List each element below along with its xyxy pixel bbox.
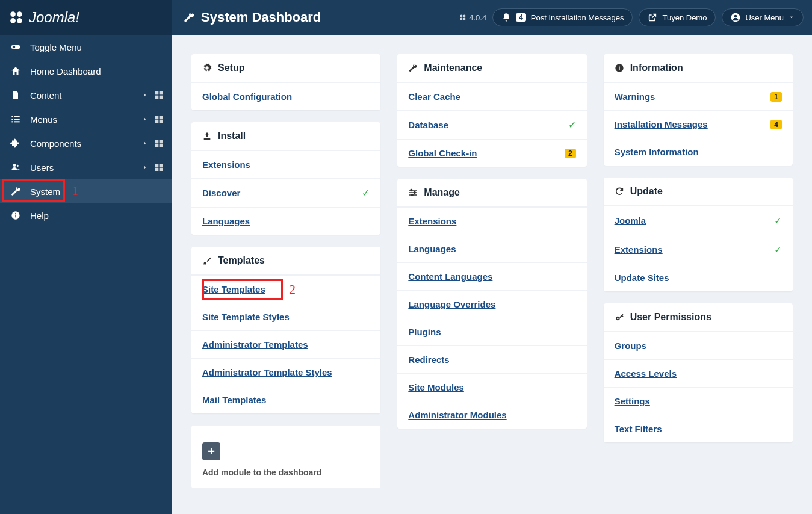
link-install-languages[interactable]: Languages bbox=[202, 216, 250, 226]
sidebar-item-label: Help bbox=[30, 211, 49, 221]
link-global-config[interactable]: Global Configuration bbox=[202, 91, 292, 102]
link-database[interactable]: Database bbox=[408, 120, 448, 130]
badge-install-messages: 4 bbox=[770, 120, 782, 129]
svg-point-7 bbox=[463, 18, 466, 20]
main-content: Setup Global Configuration Install Exten… bbox=[172, 35, 812, 514]
sidebar-item-label: Components bbox=[30, 138, 81, 149]
svg-point-38 bbox=[15, 213, 16, 214]
svg-rect-18 bbox=[11, 119, 13, 120]
link-content-languages[interactable]: Content Languages bbox=[408, 271, 492, 282]
sidebar-item-label: Home Dashboard bbox=[30, 66, 101, 76]
sidebar-menus[interactable]: Menus bbox=[0, 107, 172, 131]
link-update-joomla[interactable]: Joomla bbox=[615, 215, 646, 226]
svg-rect-37 bbox=[15, 215, 16, 218]
info-icon bbox=[8, 211, 23, 220]
svg-point-1 bbox=[17, 11, 22, 17]
svg-rect-28 bbox=[155, 144, 158, 147]
link-mail-templates[interactable]: Mail Templates bbox=[202, 395, 266, 405]
svg-rect-29 bbox=[160, 144, 163, 147]
svg-rect-32 bbox=[155, 164, 158, 167]
link-install-messages[interactable]: Installation Messages bbox=[615, 119, 708, 129]
grid-icon[interactable] bbox=[154, 90, 164, 100]
page-title-text: System Dashboard bbox=[201, 10, 321, 25]
link-redirects[interactable]: Redirects bbox=[408, 355, 449, 365]
svg-rect-25 bbox=[160, 120, 163, 123]
sidebar-home[interactable]: Home Dashboard bbox=[0, 59, 172, 83]
check-icon: ✓ bbox=[774, 244, 782, 255]
user-icon bbox=[731, 13, 740, 22]
svg-point-5 bbox=[463, 15, 466, 17]
svg-rect-19 bbox=[14, 119, 19, 120]
wrench-icon bbox=[408, 63, 418, 73]
sidebar-toggle-menu[interactable]: Toggle Menu bbox=[0, 35, 172, 59]
link-settings[interactable]: Settings bbox=[615, 396, 650, 406]
notif-count: 4 bbox=[516, 13, 526, 22]
link-update-extensions[interactable]: Extensions bbox=[615, 244, 663, 255]
sidebar-components[interactable]: Components bbox=[0, 131, 172, 155]
svg-rect-13 bbox=[160, 91, 163, 94]
svg-point-11 bbox=[13, 46, 16, 49]
svg-rect-20 bbox=[11, 121, 13, 122]
sidebar-users[interactable]: Users bbox=[0, 155, 172, 179]
external-link-icon bbox=[648, 13, 657, 22]
card-setup: Setup Global Configuration bbox=[191, 54, 380, 110]
post-install-button[interactable]: 4 Post Installation Messages bbox=[492, 8, 633, 26]
top-bar: Joomla! System Dashboard 4.0.4 4 Post In… bbox=[0, 0, 812, 35]
card-update: Update Joomla✓ Extensions✓ Update Sites bbox=[604, 178, 793, 291]
version-label[interactable]: 4.0.4 bbox=[459, 13, 486, 22]
sliders-icon bbox=[408, 188, 418, 197]
link-plugins[interactable]: Plugins bbox=[408, 327, 441, 337]
check-icon: ✓ bbox=[568, 119, 576, 131]
svg-point-44 bbox=[619, 66, 620, 67]
link-groups[interactable]: Groups bbox=[615, 341, 646, 351]
grid-icon[interactable] bbox=[154, 138, 164, 148]
chevron-right-icon bbox=[142, 163, 148, 172]
svg-point-41 bbox=[412, 194, 414, 196]
link-site-modules[interactable]: Site Modules bbox=[408, 382, 464, 392]
svg-point-2 bbox=[10, 18, 16, 23]
link-manage-extensions[interactable]: Extensions bbox=[408, 216, 456, 226]
add-module-card[interactable]: + Add module to the dashboard bbox=[191, 426, 380, 488]
card-install: Install Extensions Discover✓ Languages bbox=[191, 122, 380, 235]
link-access-levels[interactable]: Access Levels bbox=[615, 368, 677, 379]
svg-rect-14 bbox=[155, 96, 158, 99]
link-admin-template-styles[interactable]: Administrator Template Styles bbox=[202, 367, 332, 377]
sidebar-system[interactable]: System 1 bbox=[0, 179, 172, 203]
link-manage-languages[interactable]: Languages bbox=[408, 244, 456, 254]
link-language-overrides[interactable]: Language Overrides bbox=[408, 299, 495, 309]
link-warnings[interactable]: Warnings bbox=[615, 91, 655, 102]
refresh-icon bbox=[615, 187, 624, 196]
svg-rect-23 bbox=[160, 116, 163, 119]
site-link-button[interactable]: Tuyen Demo bbox=[639, 8, 716, 26]
link-admin-templates[interactable]: Administrator Templates bbox=[202, 339, 308, 350]
link-install-extensions[interactable]: Extensions bbox=[202, 159, 250, 170]
bell-icon bbox=[501, 13, 511, 22]
gear-icon bbox=[202, 63, 212, 73]
plus-icon: + bbox=[202, 442, 220, 460]
page-title: System Dashboard bbox=[172, 10, 321, 25]
user-menu-button[interactable]: User Menu bbox=[722, 8, 804, 26]
link-clear-cache[interactable]: Clear Cache bbox=[408, 91, 460, 102]
sidebar-help[interactable]: Help bbox=[0, 203, 172, 228]
info-icon bbox=[615, 63, 624, 73]
link-system-info[interactable]: System Information bbox=[615, 147, 699, 157]
sidebar-item-label: Menus bbox=[30, 114, 57, 125]
link-site-template-styles[interactable]: Site Template Styles bbox=[202, 312, 290, 322]
svg-rect-43 bbox=[619, 67, 619, 70]
link-site-templates[interactable]: Site Templates bbox=[202, 284, 265, 294]
link-global-checkin[interactable]: Global Check-in bbox=[408, 148, 477, 158]
svg-point-30 bbox=[13, 164, 16, 167]
link-text-filters[interactable]: Text Filters bbox=[615, 424, 662, 434]
add-module-label: Add module to the dashboard bbox=[202, 468, 321, 477]
link-update-sites[interactable]: Update Sites bbox=[615, 273, 669, 283]
brand-logo[interactable]: Joomla! bbox=[0, 0, 172, 35]
grid-icon[interactable] bbox=[154, 114, 164, 124]
link-discover[interactable]: Discover bbox=[202, 188, 240, 198]
link-admin-modules[interactable]: Administrator Modules bbox=[408, 410, 506, 420]
svg-rect-17 bbox=[14, 116, 19, 117]
card-templates: Templates Site Templates 2 Site Template… bbox=[191, 247, 380, 413]
toggle-icon bbox=[8, 42, 23, 52]
grid-icon[interactable] bbox=[154, 163, 164, 172]
site-name: Tuyen Demo bbox=[662, 13, 707, 22]
sidebar-content[interactable]: Content bbox=[0, 83, 172, 107]
